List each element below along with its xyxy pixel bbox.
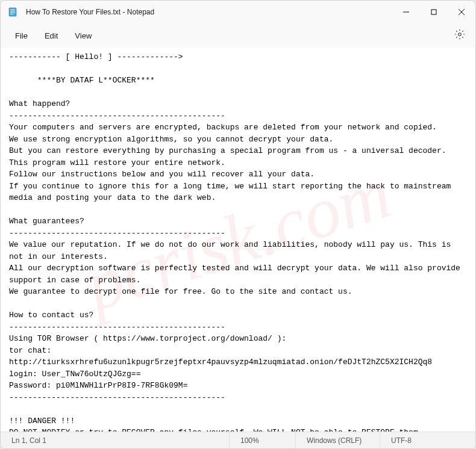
statusbar: Ln 1, Col 1 100% Windows (CRLF) UTF-8 — [1, 432, 475, 448]
titlebar: How To Restore Your Files.txt - Notepad — [1, 1, 475, 23]
editor-text[interactable]: ----------- [ Hello! ] -------------> **… — [9, 51, 467, 432]
svg-rect-6 — [431, 10, 436, 14]
gear-icon — [454, 29, 465, 42]
notepad-window: How To Restore Your Files.txt - Notepad … — [0, 0, 476, 449]
close-button[interactable] — [448, 1, 475, 23]
status-line-ending: Windows (CRLF) — [296, 432, 380, 448]
menu-view[interactable]: View — [66, 28, 100, 44]
svg-rect-0 — [9, 8, 16, 16]
menubar: File Edit View — [1, 23, 475, 48]
editor-area[interactable]: pcrisk.com ----------- [ Hello! ] ------… — [1, 48, 475, 432]
notepad-app-icon — [8, 7, 17, 17]
window-controls — [392, 1, 475, 23]
status-zoom: 100% — [230, 432, 296, 448]
settings-button[interactable] — [450, 26, 469, 45]
minimize-button[interactable] — [392, 1, 420, 23]
menu-edit[interactable]: Edit — [36, 28, 66, 44]
maximize-button[interactable] — [420, 1, 448, 23]
status-position: Ln 1, Col 1 — [1, 432, 230, 448]
menu-file[interactable]: File — [7, 28, 36, 44]
window-title: How To Restore Your Files.txt - Notepad — [26, 8, 392, 16]
svg-point-9 — [459, 33, 462, 36]
status-encoding: UTF-8 — [380, 432, 440, 448]
